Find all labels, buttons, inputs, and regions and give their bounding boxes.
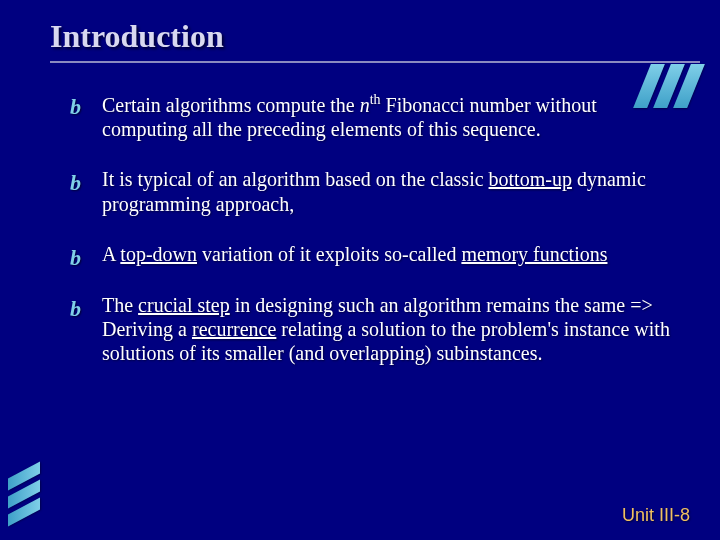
bullet-item: b Certain algorithms compute the nth Fib… bbox=[70, 91, 680, 141]
bullet-text: Certain algorithms compute the nth Fibon… bbox=[102, 94, 597, 140]
bullet-text: The crucial step in designing such an al… bbox=[102, 294, 670, 365]
bullet-item: b A top-down variation of it exploits so… bbox=[70, 242, 680, 266]
bullet-list: b Certain algorithms compute the nth Fib… bbox=[60, 91, 680, 366]
bullet-icon: b bbox=[70, 296, 81, 323]
bullet-icon: b bbox=[70, 245, 81, 272]
slide-title: Introduction bbox=[50, 18, 680, 55]
bullet-text: It is typical of an algorithm based on t… bbox=[102, 168, 646, 214]
bullet-icon: b bbox=[70, 170, 81, 197]
bullet-item: b The crucial step in designing such an … bbox=[70, 293, 680, 366]
side-decoration bbox=[8, 470, 40, 518]
slide: Introduction b Certain algorithms comput… bbox=[0, 0, 720, 540]
bullet-text: A top-down variation of it exploits so-c… bbox=[102, 243, 607, 265]
bullet-item: b It is typical of an algorithm based on… bbox=[70, 167, 680, 216]
title-underline bbox=[50, 61, 700, 63]
slide-footer: Unit III-8 bbox=[622, 505, 690, 526]
bullet-icon: b bbox=[70, 94, 81, 121]
